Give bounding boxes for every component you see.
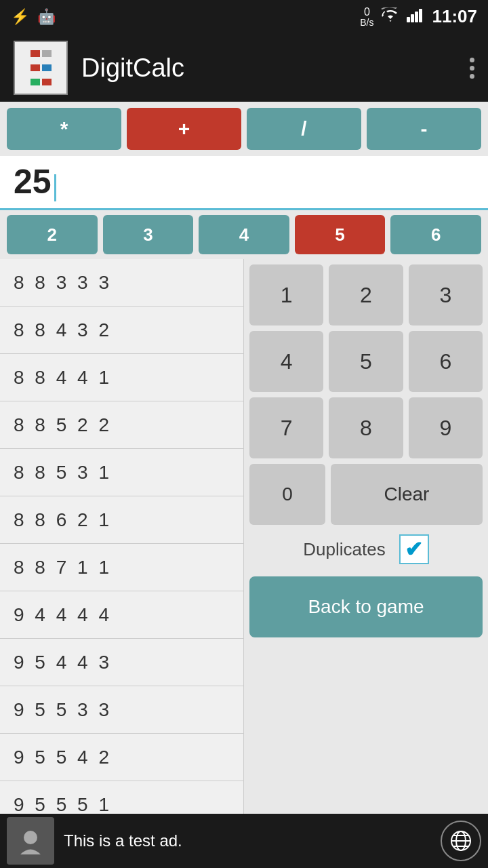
svg-rect-2 xyxy=(415,12,418,22)
list-panel: 8 8 3 3 38 8 4 3 28 8 4 4 18 8 5 2 28 8 … xyxy=(0,259,244,814)
status-right: 0 B/s 11:07 xyxy=(360,6,477,28)
list-item: 9 5 5 5 1 xyxy=(0,781,243,814)
list-item: 8 8 3 3 3 xyxy=(0,259,243,307)
right-panel: 1 2 3 4 5 6 7 8 9 0 Clear Duplicates ✔ B… xyxy=(244,259,488,814)
duplicates-checkbox[interactable]: ✔ xyxy=(399,534,429,564)
app-icon xyxy=(14,41,68,95)
digit-btn-2[interactable]: 2 xyxy=(7,215,98,254)
digit-btn-6[interactable]: 6 xyxy=(390,215,481,254)
signal-icon xyxy=(407,7,426,26)
app-header-left: DigitCalc xyxy=(14,41,184,95)
status-left: ⚡ 🤖 xyxy=(11,8,56,26)
numpad-grid: 1 2 3 4 5 6 7 8 9 xyxy=(249,264,483,458)
ad-banner: This is a test ad. xyxy=(0,814,488,868)
status-bar: ⚡ 🤖 0 B/s 11:07 xyxy=(0,0,488,34)
numpad-bottom-row: 0 Clear xyxy=(249,464,483,525)
list-item: 8 8 5 3 1 xyxy=(0,449,243,496)
app-header: DigitCalc xyxy=(0,34,488,102)
duplicates-label: Duplicates xyxy=(303,539,385,560)
clear-button[interactable]: Clear xyxy=(331,464,483,525)
numpad-4[interactable]: 4 xyxy=(249,331,323,392)
numpad-7[interactable]: 7 xyxy=(249,397,323,458)
list-item: 9 5 4 4 3 xyxy=(0,639,243,686)
numpad-6[interactable]: 6 xyxy=(409,331,483,392)
list-item: 8 8 6 2 1 xyxy=(0,496,243,544)
usb-icon: ⚡ xyxy=(11,8,29,26)
numpad-8[interactable]: 8 xyxy=(329,397,403,458)
numpad-9[interactable]: 9 xyxy=(409,397,483,458)
display-value: 25 xyxy=(14,162,52,201)
ad-text: This is a test ad. xyxy=(64,831,431,850)
numpad-2[interactable]: 2 xyxy=(329,264,403,326)
list-item: 8 8 4 4 1 xyxy=(0,354,243,401)
svg-rect-1 xyxy=(411,14,414,22)
svg-rect-3 xyxy=(419,9,422,22)
numpad-0[interactable]: 0 xyxy=(249,464,325,525)
duplicates-row: Duplicates ✔ xyxy=(249,530,483,568)
app-title: DigitCalc xyxy=(81,54,184,83)
numpad-5[interactable]: 5 xyxy=(329,331,403,392)
network-speed: 0 B/s xyxy=(360,6,373,28)
checkmark-icon: ✔ xyxy=(405,536,423,562)
list-item: 8 8 4 3 2 xyxy=(0,307,243,354)
display-cursor xyxy=(54,174,56,201)
svg-rect-0 xyxy=(407,17,410,22)
main-content: 8 8 3 3 38 8 4 3 28 8 4 4 18 8 5 2 28 8 … xyxy=(0,259,488,814)
digit-btn-3[interactable]: 3 xyxy=(103,215,194,254)
status-time: 11:07 xyxy=(432,6,478,27)
ad-icon xyxy=(7,817,54,865)
ad-globe-icon[interactable] xyxy=(441,821,481,861)
op-plus-button[interactable]: + xyxy=(127,108,241,150)
numpad-3[interactable]: 3 xyxy=(409,264,483,326)
wifi-icon xyxy=(381,7,400,26)
op-multiply-button[interactable]: * xyxy=(7,108,121,150)
list-item: 8 8 5 2 2 xyxy=(0,401,243,449)
list-item: 9 5 5 3 3 xyxy=(0,686,243,734)
list-item: 9 5 5 4 2 xyxy=(0,734,243,781)
digit-btn-4[interactable]: 4 xyxy=(199,215,289,254)
android-icon: 🤖 xyxy=(37,8,56,26)
back-to-game-button[interactable]: Back to game xyxy=(249,576,483,637)
op-minus-button[interactable]: - xyxy=(367,108,481,150)
digit-filter-row: 2 3 4 5 6 xyxy=(0,210,488,259)
digit-btn-5[interactable]: 5 xyxy=(295,215,386,254)
operator-row: * + / - xyxy=(0,102,488,156)
svg-point-4 xyxy=(24,831,37,844)
display-area: 25 xyxy=(0,156,488,210)
op-divide-button[interactable]: / xyxy=(247,108,361,150)
list-item: 8 8 7 1 1 xyxy=(0,544,243,591)
numpad-1[interactable]: 1 xyxy=(249,264,323,326)
list-item: 9 4 4 4 4 xyxy=(0,591,243,639)
menu-button[interactable] xyxy=(470,58,474,79)
